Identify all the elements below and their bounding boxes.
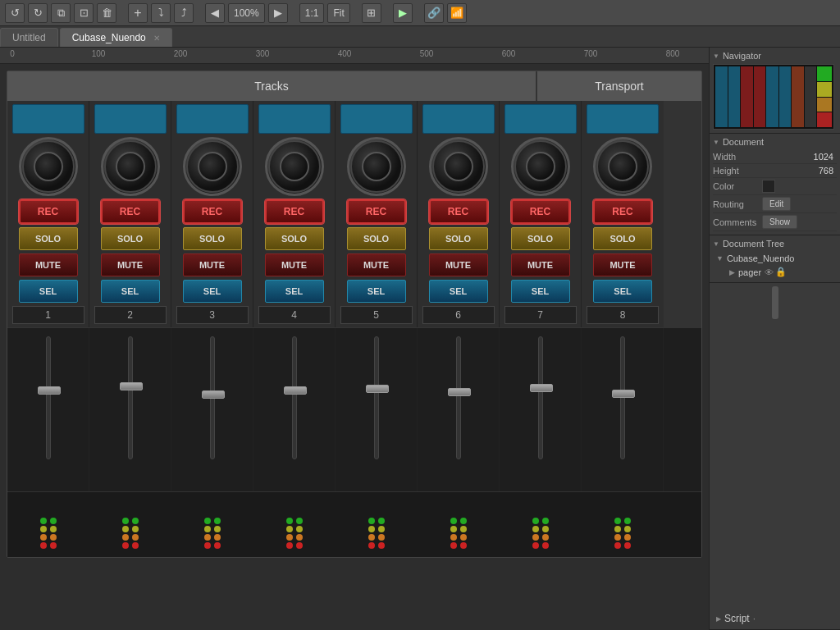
fader-handle-7[interactable]	[530, 384, 553, 392]
ch-solo-5[interactable]: SOLO	[347, 227, 406, 250]
fader-handle-2[interactable]	[120, 382, 143, 390]
ch-knob-2[interactable]	[101, 137, 160, 196]
link-button[interactable]: 🔗	[424, 3, 444, 23]
ch-rec-8[interactable]: REC	[593, 199, 652, 224]
grid-button[interactable]: ⊞	[362, 3, 381, 23]
routing-edit-button[interactable]: Edit	[762, 197, 791, 211]
ch-sel-8[interactable]: SEL	[593, 280, 652, 303]
ch-sel-7[interactable]: SEL	[511, 280, 570, 303]
tab-close-button[interactable]: ✕	[153, 34, 160, 43]
ch-knob-3[interactable]	[183, 137, 242, 196]
fader-track-7[interactable]	[538, 336, 543, 459]
ch-display-5	[340, 104, 413, 134]
ch-sel-3[interactable]: SEL	[183, 280, 242, 303]
ch-display-2	[94, 104, 167, 134]
delete-button[interactable]: 🗑	[97, 3, 116, 23]
ch-knob-7[interactable]	[511, 137, 570, 196]
fader-3[interactable]	[171, 328, 253, 491]
zoom-control[interactable]: 100%	[228, 3, 265, 23]
fader-track-1[interactable]	[46, 336, 51, 459]
vu-1	[7, 497, 89, 552]
ch-mute-6[interactable]: MUTE	[429, 253, 488, 276]
ch-solo-4[interactable]: SOLO	[265, 227, 324, 250]
fader-1[interactable]	[7, 328, 89, 491]
ch-knob-1[interactable]	[19, 137, 78, 196]
undo-button[interactable]: ↺	[5, 3, 25, 23]
navigator-thumbnail[interactable]	[713, 64, 834, 130]
ch-mute-1[interactable]: MUTE	[19, 253, 78, 276]
fader-track-8[interactable]	[620, 336, 625, 459]
prop-height: Height 768	[713, 164, 837, 178]
document-title[interactable]: Document	[713, 137, 837, 147]
fader-track-4[interactable]	[292, 336, 297, 459]
ch-solo-7[interactable]: SOLO	[511, 227, 570, 250]
color-swatch[interactable]	[762, 180, 775, 193]
copy-button[interactable]: ⧉	[51, 3, 71, 23]
ch-solo-1[interactable]: SOLO	[19, 227, 78, 250]
fader-8[interactable]	[582, 328, 664, 491]
tab-untitled[interactable]: Untitled	[0, 28, 58, 47]
canvas-area[interactable]: 0 100 200 300 400 500 600 700 800 Tracks…	[0, 48, 709, 630]
tab-cubase-nuendo[interactable]: Cubase_Nuendo ✕	[60, 28, 172, 47]
ch-rec-4[interactable]: REC	[265, 199, 324, 224]
prev-button[interactable]: ◀	[205, 3, 225, 23]
ch-rec-5[interactable]: REC	[347, 199, 406, 224]
redo-button[interactable]: ↻	[28, 3, 48, 23]
fader-6[interactable]	[418, 328, 500, 491]
import-button[interactable]: ⤵	[151, 3, 171, 23]
ch-sel-1[interactable]: SEL	[19, 280, 78, 303]
ch-mute-2[interactable]: MUTE	[101, 253, 160, 276]
next-button[interactable]: ▶	[268, 3, 288, 23]
ch-sel-2[interactable]: SEL	[101, 280, 160, 303]
fader-5[interactable]	[336, 328, 418, 491]
ch-knob-5[interactable]	[347, 137, 406, 196]
vu-col-left-4	[286, 518, 293, 549]
ch-mute-4[interactable]: MUTE	[265, 253, 324, 276]
fader-handle-5[interactable]	[366, 385, 389, 393]
ch-sel-4[interactable]: SEL	[265, 280, 324, 303]
fader-track-6[interactable]	[456, 336, 461, 459]
export-button[interactable]: ⤴	[174, 3, 194, 23]
navigator-title[interactable]: Navigator	[713, 51, 837, 61]
fader-handle-8[interactable]	[612, 390, 635, 398]
ch-solo-2[interactable]: SOLO	[101, 227, 160, 250]
fader-handle-6[interactable]	[448, 388, 471, 396]
ch-rec-6[interactable]: REC	[429, 199, 488, 224]
eye-icon[interactable]: 👁	[765, 267, 774, 277]
fader-handle-1[interactable]	[38, 386, 61, 395]
ch-knob-6[interactable]	[429, 137, 488, 196]
fader-track-2[interactable]	[128, 336, 133, 459]
ch-rec-1[interactable]: REC	[19, 199, 78, 224]
play-button[interactable]: ▶	[393, 3, 413, 23]
ch-mute-7[interactable]: MUTE	[511, 253, 570, 276]
ch-solo-3[interactable]: SOLO	[183, 227, 242, 250]
ch-solo-8[interactable]: SOLO	[593, 227, 652, 250]
lock-icon[interactable]: 🔒	[775, 267, 787, 277]
fader-track-5[interactable]	[374, 336, 379, 459]
ch-mute-3[interactable]: MUTE	[183, 253, 242, 276]
document-tree-title[interactable]: Document Tree	[713, 239, 837, 249]
tree-root[interactable]: ▼ Cubase_Nuendo	[713, 252, 837, 265]
ch-sel-5[interactable]: SEL	[347, 280, 406, 303]
comments-show-button[interactable]: Show	[762, 215, 797, 229]
ch-rec-7[interactable]: REC	[511, 199, 570, 224]
ch-rec-2[interactable]: REC	[101, 199, 160, 224]
ch-knob-8[interactable]	[593, 137, 652, 196]
ch-mute-5[interactable]: MUTE	[347, 253, 406, 276]
fader-handle-3[interactable]	[202, 390, 225, 399]
fit-button[interactable]: Fit	[327, 3, 349, 23]
ch-solo-6[interactable]: SOLO	[429, 227, 488, 250]
ch-rec-3[interactable]: REC	[183, 199, 242, 224]
fader-handle-4[interactable]	[284, 386, 307, 395]
ch-mute-8[interactable]: MUTE	[593, 253, 652, 276]
fader-4[interactable]	[253, 328, 336, 491]
fader-track-3[interactable]	[210, 336, 215, 459]
fader-7[interactable]	[500, 328, 582, 491]
fader-2[interactable]	[89, 328, 171, 491]
ch-sel-6[interactable]: SEL	[429, 280, 488, 303]
tree-item-pager[interactable]: ▶ pager 👁 🔒	[726, 265, 837, 279]
paste-button[interactable]: ⊡	[74, 3, 94, 23]
ch-knob-4[interactable]	[265, 137, 324, 196]
scroll-thumb[interactable]	[772, 286, 778, 319]
add-button[interactable]: +	[128, 3, 148, 23]
